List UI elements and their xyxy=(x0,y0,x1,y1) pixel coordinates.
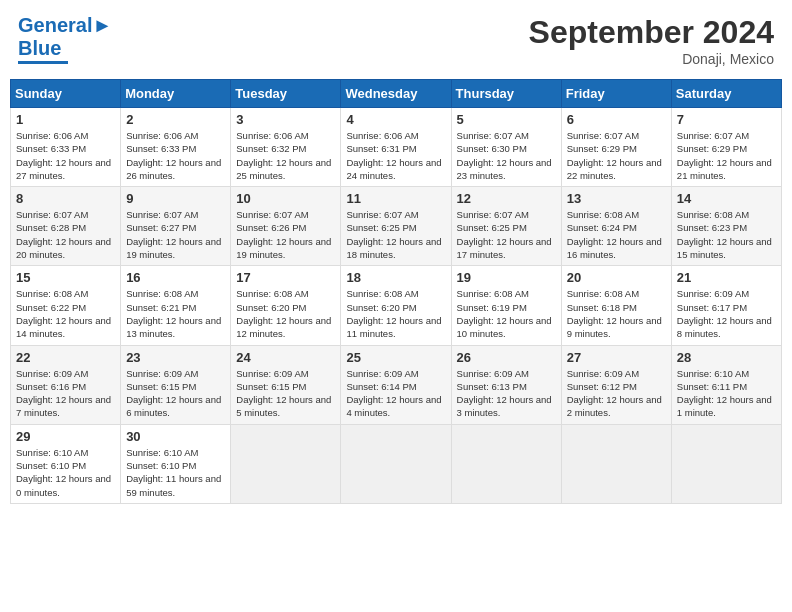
day-number: 19 xyxy=(457,270,556,285)
calendar-day-cell xyxy=(451,424,561,503)
day-number: 14 xyxy=(677,191,776,206)
col-wednesday: Wednesday xyxy=(341,80,451,108)
day-info: Sunrise: 6:09 AMSunset: 6:16 PMDaylight:… xyxy=(16,367,115,420)
day-number: 1 xyxy=(16,112,115,127)
calendar-day-cell: 9Sunrise: 6:07 AMSunset: 6:27 PMDaylight… xyxy=(121,187,231,266)
day-info: Sunrise: 6:08 AMSunset: 6:23 PMDaylight:… xyxy=(677,208,776,261)
day-number: 11 xyxy=(346,191,445,206)
day-number: 6 xyxy=(567,112,666,127)
calendar-day-cell: 10Sunrise: 6:07 AMSunset: 6:26 PMDayligh… xyxy=(231,187,341,266)
calendar-day-cell: 19Sunrise: 6:08 AMSunset: 6:19 PMDayligh… xyxy=(451,266,561,345)
day-info: Sunrise: 6:09 AMSunset: 6:12 PMDaylight:… xyxy=(567,367,666,420)
day-number: 3 xyxy=(236,112,335,127)
calendar-day-cell: 27Sunrise: 6:09 AMSunset: 6:12 PMDayligh… xyxy=(561,345,671,424)
day-info: Sunrise: 6:07 AMSunset: 6:27 PMDaylight:… xyxy=(126,208,225,261)
day-number: 15 xyxy=(16,270,115,285)
day-number: 29 xyxy=(16,429,115,444)
day-number: 7 xyxy=(677,112,776,127)
calendar-day-cell: 1Sunrise: 6:06 AMSunset: 6:33 PMDaylight… xyxy=(11,108,121,187)
day-info: Sunrise: 6:08 AMSunset: 6:19 PMDaylight:… xyxy=(457,287,556,340)
day-number: 2 xyxy=(126,112,225,127)
calendar-day-cell: 30Sunrise: 6:10 AMSunset: 6:10 PMDayligh… xyxy=(121,424,231,503)
calendar-day-cell: 3Sunrise: 6:06 AMSunset: 6:32 PMDaylight… xyxy=(231,108,341,187)
calendar-header-row: Sunday Monday Tuesday Wednesday Thursday… xyxy=(11,80,782,108)
day-info: Sunrise: 6:09 AMSunset: 6:15 PMDaylight:… xyxy=(126,367,225,420)
calendar-day-cell: 5Sunrise: 6:07 AMSunset: 6:30 PMDaylight… xyxy=(451,108,561,187)
calendar-day-cell: 23Sunrise: 6:09 AMSunset: 6:15 PMDayligh… xyxy=(121,345,231,424)
calendar-day-cell: 17Sunrise: 6:08 AMSunset: 6:20 PMDayligh… xyxy=(231,266,341,345)
day-number: 28 xyxy=(677,350,776,365)
calendar-day-cell: 16Sunrise: 6:08 AMSunset: 6:21 PMDayligh… xyxy=(121,266,231,345)
calendar-day-cell: 22Sunrise: 6:09 AMSunset: 6:16 PMDayligh… xyxy=(11,345,121,424)
day-info: Sunrise: 6:07 AMSunset: 6:29 PMDaylight:… xyxy=(567,129,666,182)
day-number: 21 xyxy=(677,270,776,285)
day-info: Sunrise: 6:07 AMSunset: 6:25 PMDaylight:… xyxy=(346,208,445,261)
calendar-day-cell xyxy=(231,424,341,503)
day-info: Sunrise: 6:07 AMSunset: 6:25 PMDaylight:… xyxy=(457,208,556,261)
calendar-day-cell: 11Sunrise: 6:07 AMSunset: 6:25 PMDayligh… xyxy=(341,187,451,266)
day-number: 16 xyxy=(126,270,225,285)
day-info: Sunrise: 6:09 AMSunset: 6:15 PMDaylight:… xyxy=(236,367,335,420)
col-friday: Friday xyxy=(561,80,671,108)
day-number: 13 xyxy=(567,191,666,206)
col-thursday: Thursday xyxy=(451,80,561,108)
day-number: 10 xyxy=(236,191,335,206)
day-info: Sunrise: 6:10 AMSunset: 6:10 PMDaylight:… xyxy=(16,446,115,499)
calendar-day-cell: 4Sunrise: 6:06 AMSunset: 6:31 PMDaylight… xyxy=(341,108,451,187)
day-number: 24 xyxy=(236,350,335,365)
day-number: 30 xyxy=(126,429,225,444)
logo-underline xyxy=(18,61,68,64)
calendar-week-row: 1Sunrise: 6:06 AMSunset: 6:33 PMDaylight… xyxy=(11,108,782,187)
col-saturday: Saturday xyxy=(671,80,781,108)
calendar-day-cell: 6Sunrise: 6:07 AMSunset: 6:29 PMDaylight… xyxy=(561,108,671,187)
page-header: General► Blue September 2024 Donaji, Mex… xyxy=(10,10,782,71)
calendar-day-cell: 29Sunrise: 6:10 AMSunset: 6:10 PMDayligh… xyxy=(11,424,121,503)
day-number: 17 xyxy=(236,270,335,285)
day-number: 22 xyxy=(16,350,115,365)
calendar-day-cell xyxy=(341,424,451,503)
day-info: Sunrise: 6:09 AMSunset: 6:13 PMDaylight:… xyxy=(457,367,556,420)
col-monday: Monday xyxy=(121,80,231,108)
calendar-day-cell: 12Sunrise: 6:07 AMSunset: 6:25 PMDayligh… xyxy=(451,187,561,266)
day-info: Sunrise: 6:08 AMSunset: 6:22 PMDaylight:… xyxy=(16,287,115,340)
calendar-day-cell: 20Sunrise: 6:08 AMSunset: 6:18 PMDayligh… xyxy=(561,266,671,345)
day-info: Sunrise: 6:09 AMSunset: 6:14 PMDaylight:… xyxy=(346,367,445,420)
day-info: Sunrise: 6:06 AMSunset: 6:33 PMDaylight:… xyxy=(126,129,225,182)
day-number: 9 xyxy=(126,191,225,206)
col-sunday: Sunday xyxy=(11,80,121,108)
calendar-day-cell xyxy=(671,424,781,503)
calendar-day-cell: 28Sunrise: 6:10 AMSunset: 6:11 PMDayligh… xyxy=(671,345,781,424)
day-info: Sunrise: 6:08 AMSunset: 6:20 PMDaylight:… xyxy=(346,287,445,340)
calendar-week-row: 29Sunrise: 6:10 AMSunset: 6:10 PMDayligh… xyxy=(11,424,782,503)
calendar-day-cell: 18Sunrise: 6:08 AMSunset: 6:20 PMDayligh… xyxy=(341,266,451,345)
day-info: Sunrise: 6:10 AMSunset: 6:10 PMDaylight:… xyxy=(126,446,225,499)
calendar-week-row: 15Sunrise: 6:08 AMSunset: 6:22 PMDayligh… xyxy=(11,266,782,345)
day-info: Sunrise: 6:07 AMSunset: 6:30 PMDaylight:… xyxy=(457,129,556,182)
calendar-day-cell: 25Sunrise: 6:09 AMSunset: 6:14 PMDayligh… xyxy=(341,345,451,424)
calendar-day-cell: 15Sunrise: 6:08 AMSunset: 6:22 PMDayligh… xyxy=(11,266,121,345)
logo-text: General► xyxy=(18,14,112,37)
day-number: 8 xyxy=(16,191,115,206)
day-info: Sunrise: 6:08 AMSunset: 6:24 PMDaylight:… xyxy=(567,208,666,261)
day-number: 4 xyxy=(346,112,445,127)
day-number: 20 xyxy=(567,270,666,285)
day-info: Sunrise: 6:09 AMSunset: 6:17 PMDaylight:… xyxy=(677,287,776,340)
calendar-day-cell: 7Sunrise: 6:07 AMSunset: 6:29 PMDaylight… xyxy=(671,108,781,187)
day-info: Sunrise: 6:06 AMSunset: 6:31 PMDaylight:… xyxy=(346,129,445,182)
calendar-day-cell xyxy=(561,424,671,503)
day-number: 18 xyxy=(346,270,445,285)
day-info: Sunrise: 6:07 AMSunset: 6:26 PMDaylight:… xyxy=(236,208,335,261)
day-info: Sunrise: 6:08 AMSunset: 6:21 PMDaylight:… xyxy=(126,287,225,340)
day-info: Sunrise: 6:10 AMSunset: 6:11 PMDaylight:… xyxy=(677,367,776,420)
day-info: Sunrise: 6:06 AMSunset: 6:32 PMDaylight:… xyxy=(236,129,335,182)
logo-line2: Blue xyxy=(18,37,61,60)
day-info: Sunrise: 6:06 AMSunset: 6:33 PMDaylight:… xyxy=(16,129,115,182)
calendar-week-row: 22Sunrise: 6:09 AMSunset: 6:16 PMDayligh… xyxy=(11,345,782,424)
subtitle: Donaji, Mexico xyxy=(529,51,774,67)
calendar-day-cell: 2Sunrise: 6:06 AMSunset: 6:33 PMDaylight… xyxy=(121,108,231,187)
day-number: 27 xyxy=(567,350,666,365)
logo: General► Blue xyxy=(18,14,112,64)
calendar-table: Sunday Monday Tuesday Wednesday Thursday… xyxy=(10,79,782,504)
calendar-day-cell: 8Sunrise: 6:07 AMSunset: 6:28 PMDaylight… xyxy=(11,187,121,266)
main-title: September 2024 xyxy=(529,14,774,51)
